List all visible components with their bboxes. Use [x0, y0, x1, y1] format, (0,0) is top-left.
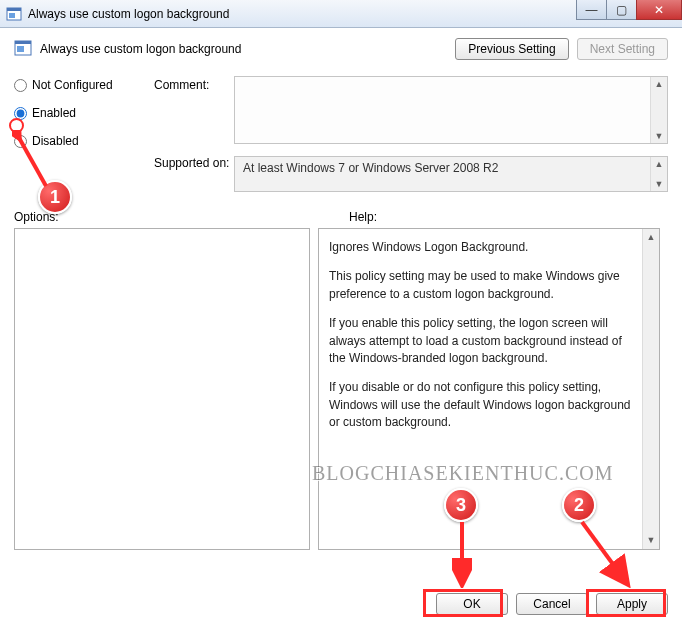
options-panel: [14, 228, 310, 550]
supported-label: Supported on:: [154, 156, 234, 170]
radio-not-configured-label: Not Configured: [32, 78, 113, 92]
help-text-p2: This policy setting may be used to make …: [329, 268, 637, 303]
nav-buttons: Previous Setting Next Setting: [455, 38, 668, 60]
config-grid: Not Configured Enabled Disabled Comment:…: [14, 76, 668, 148]
scroll-down-icon: ▼: [655, 131, 664, 141]
options-label: Options:: [14, 210, 349, 224]
policy-title: Always use custom logon background: [40, 42, 241, 56]
minimize-button[interactable]: —: [576, 0, 606, 20]
radio-disabled-input[interactable]: [14, 135, 27, 148]
radio-disabled[interactable]: Disabled: [14, 134, 154, 148]
close-button[interactable]: ✕: [636, 0, 682, 20]
radio-column: Not Configured Enabled Disabled: [14, 76, 154, 148]
scroll-up-icon: ▲: [655, 159, 664, 169]
help-text-p4: If you disable or do not configure this …: [329, 379, 637, 431]
scroll-down-icon: ▼: [655, 179, 664, 189]
header-left: Always use custom logon background: [14, 39, 241, 60]
supported-on-text: At least Windows 7 or Windows Server 200…: [243, 161, 498, 175]
radio-enabled-input[interactable]: [14, 107, 27, 120]
window-controls: — ▢ ✕: [576, 0, 682, 20]
scroll-up-icon: ▲: [655, 79, 664, 89]
footer-buttons: OK Cancel Apply: [436, 593, 668, 615]
maximize-button[interactable]: ▢: [606, 0, 636, 20]
help-label: Help:: [349, 210, 377, 224]
svg-rect-4: [15, 41, 31, 44]
help-text-p1: Ignores Windows Logon Background.: [329, 239, 637, 256]
radio-not-configured[interactable]: Not Configured: [14, 78, 154, 92]
help-text-p3: If you enable this policy setting, the l…: [329, 315, 637, 367]
help-panel: Ignores Windows Logon Background. This p…: [318, 228, 660, 550]
policy-icon: [14, 39, 32, 60]
header-row: Always use custom logon background Previ…: [14, 38, 668, 60]
titlebar: Always use custom logon background — ▢ ✕: [0, 0, 682, 28]
radio-enabled-label: Enabled: [32, 106, 76, 120]
previous-setting-button[interactable]: Previous Setting: [455, 38, 568, 60]
panels-row: Ignores Windows Logon Background. This p…: [14, 228, 668, 550]
supported-on-box: At least Windows 7 or Windows Server 200…: [234, 156, 668, 192]
apply-button[interactable]: Apply: [596, 593, 668, 615]
next-setting-button[interactable]: Next Setting: [577, 38, 668, 60]
help-scrollbar[interactable]: ▲ ▼: [642, 229, 659, 549]
content-area: Always use custom logon background Previ…: [0, 28, 682, 550]
scroll-up-icon: ▲: [647, 231, 656, 244]
supported-scrollbar[interactable]: ▲ ▼: [650, 157, 667, 191]
svg-rect-5: [17, 46, 24, 52]
svg-rect-1: [7, 8, 21, 11]
ok-button[interactable]: OK: [436, 593, 508, 615]
comment-label: Comment:: [154, 76, 234, 148]
supported-row: Supported on: At least Windows 7 or Wind…: [14, 156, 668, 192]
radio-not-configured-input[interactable]: [14, 79, 27, 92]
window-title: Always use custom logon background: [28, 7, 229, 21]
panel-labels: Options: Help:: [14, 210, 668, 224]
app-icon: [6, 6, 22, 22]
cancel-button[interactable]: Cancel: [516, 593, 588, 615]
radio-disabled-label: Disabled: [32, 134, 79, 148]
comment-scrollbar[interactable]: ▲ ▼: [650, 77, 667, 143]
comment-textarea[interactable]: ▲ ▼: [234, 76, 668, 144]
scroll-down-icon: ▼: [647, 534, 656, 547]
svg-rect-2: [9, 13, 15, 18]
radio-enabled[interactable]: Enabled: [14, 106, 154, 120]
